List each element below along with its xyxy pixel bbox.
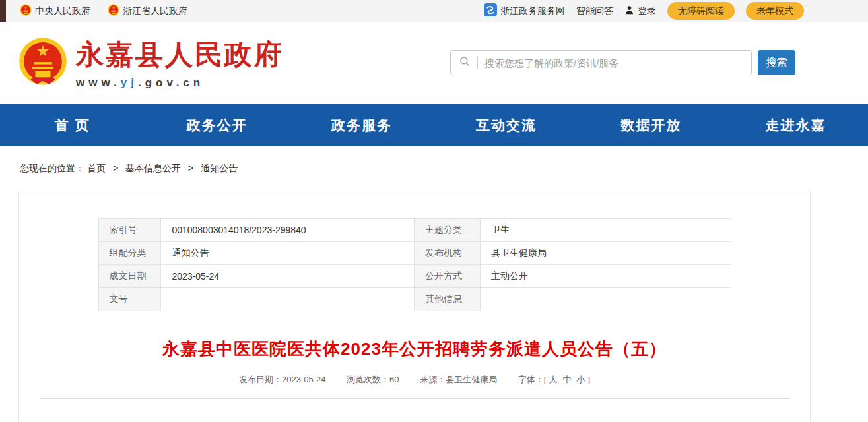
- meta-value-other-info: [481, 288, 731, 311]
- link-central-government[interactable]: 中央人民政府: [20, 4, 90, 18]
- topbar-right-group: 浙江政务服务网 智能问答 登录 无障碍阅读 老年模式: [484, 2, 804, 20]
- meta-row: 组配分类 通知公告 发布机构 县卫生健康局: [98, 242, 731, 265]
- login-label: 登录: [638, 5, 656, 17]
- breadcrumb-link-basic-info[interactable]: 基本信息公开: [125, 163, 181, 173]
- meta-label-disclosure-method: 公开方式: [415, 265, 481, 288]
- link-label: 浙江省人民政府: [123, 5, 187, 17]
- view-count: 浏览次数：60: [347, 375, 399, 384]
- site-logo[interactable]: 永嘉县人民政府 www.yj.gov.cn: [18, 36, 284, 90]
- meta-value-topic-category: 卫生: [481, 219, 731, 242]
- main-navigation: 首 页 政务公开 政务服务 互动交流 数据开放 走进永嘉: [0, 104, 868, 146]
- breadcrumb-separator: >: [188, 163, 193, 173]
- breadcrumb: 您现在的位置：首页 > 基本信息公开 > 通知公告: [20, 163, 868, 176]
- font-size-widget: 字体：[大中小]: [518, 375, 590, 384]
- publish-date-label: 发布日期：: [239, 375, 282, 384]
- breadcrumb-prefix: 您现在的位置：: [20, 163, 84, 173]
- search-button[interactable]: 搜索: [758, 50, 795, 75]
- login-button[interactable]: 登录: [624, 5, 656, 17]
- top-utility-bar: 中央人民政府 浙江省人民政府 浙江政务服务网: [0, 0, 868, 22]
- meta-label-issuing-agency: 发布机构: [415, 242, 481, 265]
- national-emblem-logo-icon: [18, 37, 67, 88]
- search-divider: [477, 57, 478, 69]
- meta-value-document-number: [161, 288, 415, 311]
- document-meta-table: 索引号 001008003014018/2023-299840 主题分类 卫生 …: [98, 218, 731, 311]
- site-title-block: 永嘉县人民政府 www.yj.gov.cn: [76, 36, 284, 90]
- link-label: 浙江政务服务网: [500, 5, 565, 17]
- article-source: 来源：县卫生健康局: [420, 375, 497, 384]
- breadcrumb-link-notices[interactable]: 通知公告: [201, 163, 238, 173]
- site-header: 永嘉县人民政府 www.yj.gov.cn 搜索: [0, 22, 868, 104]
- nav-item-gov-services[interactable]: 政务服务: [289, 104, 434, 146]
- url-highlight: yj: [121, 76, 138, 89]
- breadcrumb-separator: >: [113, 163, 118, 173]
- view-count-value: 60: [389, 375, 399, 384]
- meta-row: 索引号 001008003014018/2023-299840 主题分类 卫生: [98, 219, 731, 242]
- meta-value-issuing-agency: 县卫生健康局: [481, 242, 731, 265]
- meta-row: 文号 其他信息: [98, 288, 731, 311]
- publish-date-value: 2023-05-24: [282, 375, 326, 384]
- search-input[interactable]: [484, 57, 743, 69]
- zhejiang-service-icon: [484, 3, 497, 18]
- article-source-value: 县卫生健康局: [446, 375, 497, 384]
- view-count-label: 浏览次数：: [347, 375, 389, 384]
- link-label: 中央人民政府: [35, 5, 90, 17]
- content-divider: [40, 398, 790, 399]
- link-label: 智能问答: [576, 5, 613, 17]
- user-icon: [624, 5, 634, 17]
- nav-item-gov-info[interactable]: 政务公开: [145, 104, 289, 146]
- bracket-close: ]: [587, 375, 590, 384]
- top-left-corner-mark: [0, 0, 6, 22]
- font-size-large[interactable]: 大: [549, 375, 557, 384]
- article-title: 永嘉县中医医院医共体2023年公开招聘劳务派遣人员公告（五）: [19, 338, 810, 361]
- link-smart-qa[interactable]: 智能问答: [576, 5, 613, 17]
- font-size-label: 字体：: [518, 375, 544, 384]
- search-area: 搜索: [450, 50, 795, 75]
- meta-label-index-number: 索引号: [98, 219, 161, 242]
- font-size-small[interactable]: 小: [576, 375, 585, 384]
- accessibility-reading-button[interactable]: 无障碍阅读: [667, 2, 735, 20]
- meta-value-issue-date: 2023-05-24: [161, 265, 415, 288]
- search-icon: [459, 55, 471, 70]
- link-zhejiang-service-portal[interactable]: 浙江政务服务网: [484, 3, 565, 18]
- article-meta-line: 发布日期：2023-05-24 浏览次数：60 来源：县卫生健康局 字体：[大中…: [19, 374, 810, 386]
- search-box: [450, 50, 752, 75]
- meta-label-document-number: 文号: [98, 288, 161, 311]
- meta-label-group-category: 组配分类: [98, 242, 161, 265]
- nav-item-open-data[interactable]: 数据开放: [579, 104, 723, 146]
- publish-date: 发布日期：2023-05-24: [239, 375, 326, 384]
- link-zhejiang-government[interactable]: 浙江省人民政府: [108, 4, 187, 18]
- meta-value-disclosure-method: 主动公开: [481, 265, 731, 288]
- nav-item-about-yongjia[interactable]: 走进永嘉: [723, 104, 868, 146]
- article-card: 索引号 001008003014018/2023-299840 主题分类 卫生 …: [18, 191, 811, 422]
- breadcrumb-link-home[interactable]: 首页: [87, 163, 106, 173]
- site-title: 永嘉县人民政府: [76, 36, 284, 73]
- url-suffix: .gov.cn: [138, 76, 204, 89]
- national-emblem-icon: [108, 4, 119, 18]
- site-url: www.yj.gov.cn: [76, 76, 284, 90]
- meta-label-other-info: 其他信息: [415, 288, 481, 311]
- national-emblem-icon: [20, 4, 32, 18]
- meta-label-issue-date: 成文日期: [98, 265, 161, 288]
- font-size-medium[interactable]: 中: [562, 375, 571, 384]
- nav-item-home[interactable]: 首 页: [0, 104, 145, 146]
- meta-value-index-number: 001008003014018/2023-299840: [161, 219, 415, 242]
- url-prefix: www.: [76, 76, 121, 89]
- meta-label-topic-category: 主题分类: [415, 219, 481, 242]
- meta-value-group-category: 通知公告: [161, 242, 415, 265]
- meta-row: 成文日期 2023-05-24 公开方式 主动公开: [98, 265, 731, 288]
- bracket-open: [: [544, 375, 547, 384]
- nav-item-interaction[interactable]: 互动交流: [434, 104, 579, 146]
- article-source-label: 来源：: [420, 375, 446, 384]
- elder-mode-button[interactable]: 老年模式: [746, 2, 804, 20]
